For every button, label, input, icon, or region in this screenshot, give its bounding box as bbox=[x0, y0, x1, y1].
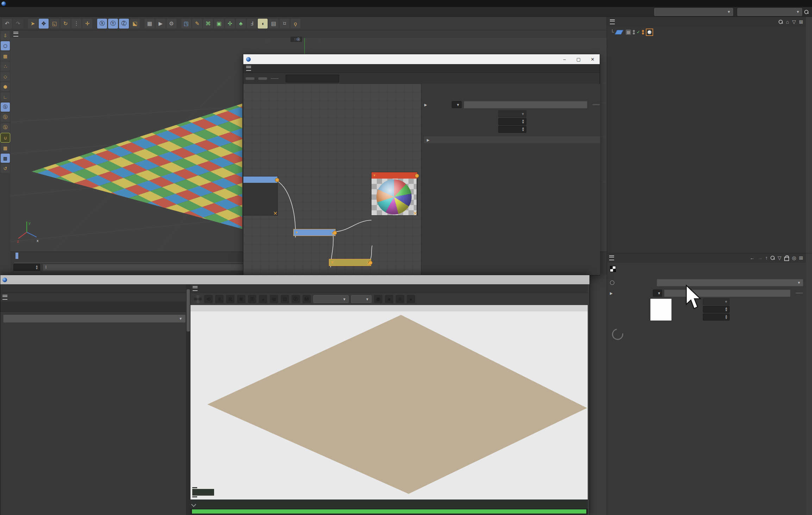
search-input[interactable] bbox=[286, 75, 339, 82]
axis-mode-button[interactable]: ∟ bbox=[1, 92, 10, 101]
render-canvas[interactable] bbox=[190, 311, 588, 500]
texture-node-button[interactable] bbox=[664, 290, 791, 297]
output-port-dot[interactable] bbox=[275, 178, 279, 182]
add-cube-button[interactable]: ◳ bbox=[181, 19, 191, 29]
hamburger-icon[interactable] bbox=[609, 255, 614, 260]
back-icon[interactable]: ← bbox=[750, 255, 755, 261]
display-mode-select[interactable]: ▼ bbox=[351, 295, 371, 303]
focus-picker-icon[interactable]: Ⓕ bbox=[292, 295, 300, 303]
hamburger-icon[interactable] bbox=[246, 66, 251, 71]
texture-type-dropdown[interactable]: ▼ bbox=[653, 290, 662, 297]
blur-scale-field[interactable]: ▲▼ bbox=[498, 126, 526, 133]
last-tool-button[interactable]: ⋮ bbox=[71, 19, 81, 29]
camera-icon[interactable]: ⌑ bbox=[396, 295, 404, 303]
scale-tool-button[interactable]: ◱ bbox=[50, 19, 60, 29]
layout-select[interactable]: ▼ bbox=[737, 8, 802, 16]
object-row-plane[interactable]: └ ▨ ✓ bbox=[607, 28, 653, 36]
workplane-grid-button[interactable]: ▦ bbox=[1, 143, 10, 153]
simulation-s-button[interactable]: Ⓢ bbox=[1, 103, 10, 112]
search-icon[interactable] bbox=[779, 20, 783, 24]
redo-button[interactable]: ↷ bbox=[13, 19, 23, 29]
search-icon[interactable] bbox=[770, 256, 775, 260]
expander-icon[interactable]: ▶ bbox=[610, 291, 613, 295]
resize-handle-icon[interactable] bbox=[414, 212, 417, 215]
resize-handle-icon[interactable] bbox=[367, 262, 370, 265]
resolution-section[interactable]: ▶ bbox=[424, 136, 600, 144]
forward-icon[interactable]: → bbox=[757, 255, 762, 261]
simulation-s2-button[interactable]: Ⓢ bbox=[1, 113, 10, 122]
render-dots[interactable] bbox=[642, 30, 644, 35]
material-tag[interactable] bbox=[646, 29, 653, 36]
output-port-dot[interactable] bbox=[415, 174, 419, 178]
pick-material-icon[interactable]: ◕ bbox=[259, 295, 267, 303]
close-button[interactable]: ✕ bbox=[586, 54, 600, 64]
node-octdiffuse1[interactable]: ▼ bbox=[371, 172, 418, 216]
default-camera-label[interactable]: ∷⦿ bbox=[291, 37, 302, 42]
snap-magnet-button[interactable]: ∪ bbox=[1, 133, 10, 142]
add-icon[interactable]: ⊞ bbox=[799, 19, 803, 25]
floor-button[interactable]: ▤ bbox=[269, 19, 279, 29]
node-displacement[interactable]: ▼ bbox=[329, 259, 371, 266]
enabled-check-icon[interactable]: ✓ bbox=[637, 30, 640, 35]
edge-mode-button[interactable]: ◇ bbox=[1, 72, 10, 81]
lock-z-axis-button[interactable]: Ⓩ bbox=[119, 19, 129, 29]
move-tool-button[interactable]: ✥ bbox=[39, 19, 49, 29]
lock-x-axis-button[interactable]: Ⓧ bbox=[97, 19, 107, 29]
blur-offset-field[interactable]: ▲▼ bbox=[703, 306, 730, 313]
lock-resolution-icon[interactable]: ⚿ bbox=[248, 295, 256, 303]
camera-button[interactable]: ⌑ bbox=[280, 19, 289, 29]
texture-node-button[interactable] bbox=[464, 101, 587, 108]
light-button[interactable]: ϙ bbox=[291, 19, 300, 29]
hamburger-icon[interactable] bbox=[13, 32, 18, 37]
get-active-tag-button[interactable] bbox=[258, 77, 267, 80]
node-chaos[interactable]: ▼ bbox=[293, 229, 336, 236]
texture-more-button[interactable] bbox=[592, 104, 600, 105]
hierarchy-button[interactable]: Ⅎ bbox=[247, 19, 257, 29]
filter-icon[interactable]: ▽ bbox=[777, 255, 781, 261]
colorspace-select[interactable]: ▼ bbox=[313, 295, 349, 303]
search-icon[interactable] bbox=[804, 10, 808, 14]
subwindow-icon[interactable]: ⊡ bbox=[281, 295, 289, 303]
rotate-workplane-button[interactable]: ↺ bbox=[1, 164, 10, 173]
home-icon[interactable]: ⌂ bbox=[786, 19, 789, 25]
resize-handle-icon[interactable] bbox=[332, 232, 335, 235]
filter-icon[interactable]: ▽ bbox=[792, 19, 796, 25]
mograph-button[interactable]: ♣ bbox=[236, 19, 246, 29]
lock-workplane-button[interactable]: ▩ bbox=[1, 154, 10, 163]
editor-visibility-toggle[interactable]: ▨ bbox=[626, 30, 631, 35]
expander-icon[interactable]: ▶ bbox=[424, 103, 427, 107]
model-mode-button[interactable]: ⬡ bbox=[1, 41, 10, 50]
lock-icon[interactable] bbox=[784, 257, 789, 261]
sky-button[interactable]: ◖ bbox=[258, 19, 268, 29]
texture-type-dropdown[interactable]: ▼ bbox=[452, 101, 462, 108]
hamburger-icon[interactable] bbox=[2, 295, 7, 300]
render-queue-button[interactable]: ▶ bbox=[156, 19, 165, 29]
pen-tool-button[interactable]: ✎ bbox=[192, 19, 202, 29]
region-render-icon[interactable]: R bbox=[226, 295, 235, 303]
node-space-select[interactable]: ▼ bbox=[654, 8, 733, 16]
current-frame-field[interactable]: ▲▼ bbox=[13, 264, 40, 271]
node-editor-titlebar[interactable]: – ▢ ✕ bbox=[243, 54, 600, 64]
resize-handle-icon[interactable] bbox=[274, 212, 277, 215]
type-dropdown[interactable]: ▼ bbox=[657, 279, 803, 286]
restart-render-icon[interactable]: ⟲ bbox=[204, 295, 213, 303]
sphere-icon[interactable]: ● bbox=[407, 295, 415, 303]
pause-render-icon[interactable]: ‖ bbox=[215, 295, 224, 303]
lock-y-axis-button[interactable]: Ⓨ bbox=[108, 19, 118, 29]
hamburger-icon[interactable] bbox=[193, 286, 198, 291]
workplane-button[interactable]: ⬕ bbox=[130, 19, 140, 29]
checker-plane[interactable] bbox=[32, 104, 242, 229]
deformers-button[interactable]: ✣ bbox=[225, 19, 235, 29]
settings-gear-icon[interactable]: ✱ bbox=[237, 295, 245, 303]
add-aov-icon[interactable]: ⊞ bbox=[270, 295, 278, 303]
timeline-range-bar[interactable]: ‖ bbox=[43, 264, 248, 271]
render-view-button[interactable]: ▦ bbox=[145, 19, 155, 29]
target-icon[interactable]: ◎ bbox=[792, 255, 796, 261]
simulation-s3-button[interactable]: Ⓢ bbox=[1, 123, 10, 132]
get-active-material-button[interactable] bbox=[245, 77, 255, 80]
texture-mode-button[interactable]: ▩ bbox=[1, 51, 10, 61]
undo-button[interactable]: ↶ bbox=[2, 19, 12, 29]
make-editable-button[interactable]: ⇩ bbox=[1, 31, 10, 40]
blur-offset-field[interactable]: ▲▼ bbox=[498, 118, 526, 125]
octane-icon[interactable] bbox=[194, 295, 202, 303]
